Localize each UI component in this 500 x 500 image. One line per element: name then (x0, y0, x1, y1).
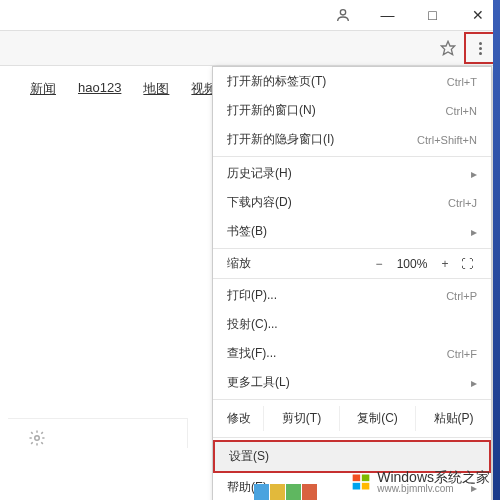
svg-point-0 (340, 10, 345, 15)
gear-corner[interactable] (8, 418, 188, 448)
menu-label: 更多工具(L) (227, 374, 463, 391)
minimize-button[interactable]: — (365, 0, 410, 30)
submenu-arrow-icon: ▸ (463, 167, 477, 181)
menu-downloads[interactable]: 下载内容(D) Ctrl+J (213, 188, 491, 217)
maximize-button[interactable]: □ (410, 0, 455, 30)
svg-rect-5 (353, 483, 361, 490)
menu-shortcut: Ctrl+N (446, 105, 477, 117)
menu-incognito[interactable]: 打开新的隐身窗口(I) Ctrl+Shift+N (213, 125, 491, 154)
gear-icon (28, 429, 46, 447)
menu-zoom: 缩放 − 100% + ⛶ (213, 251, 491, 276)
color-blocks (254, 484, 317, 500)
zoom-in-button[interactable]: + (433, 257, 457, 271)
menu-button[interactable] (464, 32, 496, 64)
menu-more-tools[interactable]: 更多工具(L) ▸ (213, 368, 491, 397)
bookmark-star-icon[interactable] (432, 32, 464, 64)
window-titlebar: — □ ✕ (0, 0, 500, 30)
chrome-menu: 打开新的标签页(T) Ctrl+T 打开新的窗口(N) Ctrl+N 打开新的隐… (212, 66, 492, 500)
profile-icon[interactable] (320, 0, 365, 30)
menu-shortcut: Ctrl+J (448, 197, 477, 209)
browser-toolbar (0, 30, 500, 66)
cut-button[interactable]: 剪切(T) (263, 406, 339, 431)
menu-label: 打印(P)... (227, 287, 446, 304)
menu-shortcut: Ctrl+Shift+N (417, 134, 477, 146)
submenu-arrow-icon: ▸ (463, 376, 477, 390)
menu-print[interactable]: 打印(P)... Ctrl+P (213, 281, 491, 310)
menu-cast[interactable]: 投射(C)... (213, 310, 491, 339)
svg-rect-6 (362, 483, 370, 490)
zoom-out-button[interactable]: − (367, 257, 391, 271)
copy-button[interactable]: 复制(C) (339, 406, 415, 431)
menu-shortcut: Ctrl+P (446, 290, 477, 302)
nav-link-news[interactable]: 新闻 (30, 80, 56, 98)
menu-label: 查找(F)... (227, 345, 447, 362)
svg-point-2 (35, 435, 40, 440)
svg-rect-4 (362, 475, 370, 482)
menu-new-window[interactable]: 打开新的窗口(N) Ctrl+N (213, 96, 491, 125)
menu-shortcut: Ctrl+T (447, 76, 477, 88)
edit-label: 修改 (213, 410, 263, 427)
menu-new-tab[interactable]: 打开新的标签页(T) Ctrl+T (213, 67, 491, 96)
menu-label: 书签(B) (227, 223, 463, 240)
menu-edit-row: 修改 剪切(T) 复制(C) 粘贴(P) (213, 402, 491, 435)
menu-label: 下载内容(D) (227, 194, 448, 211)
menu-history[interactable]: 历史记录(H) ▸ (213, 159, 491, 188)
menu-label: 打开新的标签页(T) (227, 73, 447, 90)
zoom-value: 100% (391, 257, 433, 271)
fullscreen-icon[interactable]: ⛶ (457, 257, 477, 271)
zoom-label: 缩放 (227, 255, 367, 272)
submenu-arrow-icon: ▸ (463, 225, 477, 239)
svg-marker-1 (441, 41, 454, 54)
menu-label: 打开新的隐身窗口(I) (227, 131, 417, 148)
paste-button[interactable]: 粘贴(P) (415, 406, 491, 431)
nav-link-hao123[interactable]: hao123 (78, 80, 121, 98)
watermark-sub: www.bjmmlv.com (377, 484, 490, 494)
menu-label: 打开新的窗口(N) (227, 102, 446, 119)
menu-label: 投射(C)... (227, 316, 477, 333)
watermark: Windows系统之家 www.bjmmlv.com (351, 470, 490, 494)
svg-rect-3 (353, 475, 361, 482)
menu-label: 设置(S) (229, 448, 475, 465)
windows-icon (351, 472, 371, 492)
right-edge-strip (493, 0, 500, 500)
nav-link-map[interactable]: 地图 (143, 80, 169, 98)
menu-label: 历史记录(H) (227, 165, 463, 182)
menu-bookmarks[interactable]: 书签(B) ▸ (213, 217, 491, 246)
menu-find[interactable]: 查找(F)... Ctrl+F (213, 339, 491, 368)
menu-shortcut: Ctrl+F (447, 348, 477, 360)
